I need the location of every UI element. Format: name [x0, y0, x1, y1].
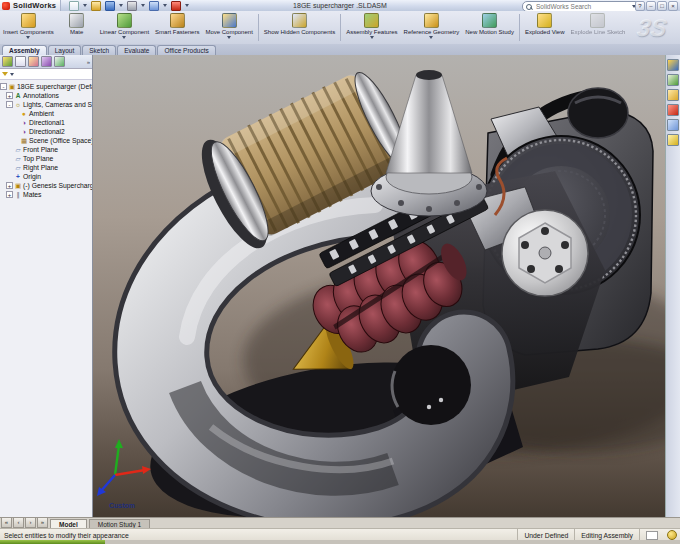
- expander-icon[interactable]: +: [6, 191, 13, 198]
- new-dropdown-icon[interactable]: [83, 4, 87, 7]
- undo-icon[interactable]: [149, 1, 159, 11]
- expander-icon[interactable]: +: [6, 92, 13, 99]
- smart-fasteners-icon: [170, 13, 185, 28]
- new-motion-study-icon: [482, 13, 497, 28]
- tree-item-label: Annotations: [23, 92, 59, 99]
- tree-item-directional2[interactable]: ◑ Directional2: [0, 127, 92, 136]
- new-motion-study-button[interactable]: New Motion Study: [462, 11, 517, 44]
- move-component-dropdown-icon[interactable]: [227, 36, 231, 39]
- tree-item-origin[interactable]: + Origin: [0, 172, 92, 181]
- orientation-triad-icon[interactable]: [95, 437, 155, 499]
- exploded-view-icon: [537, 13, 552, 28]
- propertymanager-tab-icon[interactable]: [15, 56, 26, 67]
- tree-item-right-plane[interactable]: ▱ Right Plane: [0, 163, 92, 172]
- tab-layout[interactable]: Layout: [48, 45, 82, 55]
- configurationmanager-tab-icon[interactable]: [28, 56, 39, 67]
- expander-icon[interactable]: -: [0, 83, 7, 90]
- tree-item-scene[interactable]: ▦ Scene (Office Space): [0, 136, 92, 145]
- bottom-strip: [0, 540, 680, 544]
- displaymanager-tab-icon[interactable]: [54, 56, 65, 67]
- tab-sketch[interactable]: Sketch: [82, 45, 116, 55]
- tree-item-front-plane[interactable]: ▱ Front Plane: [0, 145, 92, 154]
- expander-icon[interactable]: -: [6, 101, 13, 108]
- main-area: » - ▣ 18GE supercharger (Default<Displ +…: [0, 55, 680, 517]
- tab-scroll-first-button[interactable]: «: [1, 517, 12, 528]
- view-orientation-label: Custom: [109, 502, 135, 509]
- dimxpertmanager-tab-icon[interactable]: [41, 56, 52, 67]
- mates-icon: ∥: [14, 191, 22, 199]
- panel-overflow-chevron[interactable]: »: [87, 59, 90, 65]
- tab-office-products[interactable]: Office Products: [157, 45, 215, 55]
- linear-component-dropdown-icon[interactable]: [122, 36, 126, 39]
- smart-fasteners-button[interactable]: Smart Fasteners: [152, 11, 202, 44]
- tab-assembly[interactable]: Assembly: [2, 45, 47, 55]
- print-dropdown-icon[interactable]: [141, 4, 145, 7]
- save-dropdown-icon[interactable]: [119, 4, 123, 7]
- reference-geometry-dropdown-icon[interactable]: [429, 36, 433, 39]
- show-hidden-components-button[interactable]: Show Hidden Components: [261, 11, 338, 44]
- appearances-icon[interactable]: [667, 119, 679, 131]
- tab-scroll-left-button[interactable]: ‹: [13, 517, 24, 528]
- options-dropdown-icon[interactable]: [185, 4, 189, 7]
- move-component-button[interactable]: Move Component: [202, 11, 255, 44]
- tree-item-label: 18GE supercharger (Default<Displ: [17, 83, 92, 90]
- toolbar-separator: [340, 14, 341, 41]
- expander-icon[interactable]: +: [6, 182, 13, 189]
- tree-item-ambient[interactable]: ● Ambient: [0, 109, 92, 118]
- linear-component-button[interactable]: Linear Component: [97, 11, 152, 44]
- save-icon[interactable]: [105, 1, 115, 11]
- lights-folder-icon: ☼: [14, 101, 22, 108]
- assembly-features-button[interactable]: Assembly Features: [343, 11, 400, 44]
- tree-item-directional1[interactable]: ◑ Directional1: [0, 118, 92, 127]
- new-document-icon[interactable]: [69, 1, 79, 11]
- filter-dropdown-icon[interactable]: [10, 73, 14, 76]
- exploded-view-button[interactable]: Exploded View: [522, 11, 568, 44]
- mate-button[interactable]: Mate: [57, 11, 97, 44]
- tree-item-label: Origin: [23, 173, 41, 180]
- tree-root-assembly[interactable]: - ▣ 18GE supercharger (Default<Displ: [0, 82, 92, 91]
- view-palette-icon[interactable]: [667, 104, 679, 116]
- reference-geometry-button[interactable]: Reference Geometry: [401, 11, 463, 44]
- tree-item-annotations[interactable]: + A Annotations: [0, 91, 92, 100]
- assembly-features-dropdown-icon[interactable]: [370, 36, 374, 39]
- file-explorer-icon[interactable]: [667, 89, 679, 101]
- maximize-button[interactable]: □: [657, 1, 667, 11]
- search-input[interactable]: [534, 2, 630, 11]
- close-button[interactable]: ×: [668, 1, 678, 11]
- pulley-hub[interactable]: [502, 210, 588, 296]
- app-menu-button[interactable]: SolidWorks: [0, 0, 61, 11]
- button-label: New Motion Study: [465, 29, 514, 36]
- featuremanager-tree-tab-icon[interactable]: [2, 56, 13, 67]
- open-icon[interactable]: [91, 1, 101, 11]
- solidworks-resources-icon[interactable]: [667, 59, 679, 71]
- tree-item-top-plane[interactable]: ▱ Top Plane: [0, 154, 92, 163]
- quick-tips-icon[interactable]: [667, 530, 677, 540]
- feature-manager-panel: » - ▣ 18GE supercharger (Default<Displ +…: [0, 55, 93, 517]
- tab-scroll-last-button[interactable]: »: [37, 517, 48, 528]
- tree-item-lights-cameras-scene[interactable]: - ☼ Lights, Cameras and Scene: [0, 100, 92, 109]
- viewport-canvas[interactable]: [93, 55, 665, 517]
- tree-item-mates[interactable]: + ∥ Mates: [0, 190, 92, 199]
- design-library-icon[interactable]: [667, 74, 679, 86]
- tab-evaluate[interactable]: Evaluate: [117, 45, 156, 55]
- feature-tree: - ▣ 18GE supercharger (Default<Displ + A…: [0, 80, 92, 199]
- insert-components-dropdown-icon[interactable]: [26, 36, 30, 39]
- button-label: Assembly Features: [346, 29, 397, 36]
- tab-scroll-right-button[interactable]: ›: [25, 517, 36, 528]
- tree-item-genesis-supercharger[interactable]: + ▣ (-) Genesis Supercharger Final: [0, 181, 92, 190]
- rebuild-icon[interactable]: [171, 1, 181, 11]
- undo-dropdown-icon[interactable]: [163, 4, 167, 7]
- help-button[interactable]: ?: [635, 1, 645, 11]
- custom-properties-icon[interactable]: [667, 134, 679, 146]
- print-icon[interactable]: [127, 1, 137, 11]
- tree-filter-row[interactable]: [0, 69, 92, 80]
- insert-components-button[interactable]: Insert Components: [0, 11, 57, 44]
- inlet-cavity[interactable]: [391, 345, 471, 425]
- move-component-icon: [222, 13, 237, 28]
- annotations-icon: A: [14, 92, 22, 99]
- plane-icon: ▱: [14, 164, 22, 172]
- graphics-viewport[interactable]: Custom: [93, 55, 665, 517]
- minimize-button[interactable]: –: [646, 1, 656, 11]
- button-label: Linear Component: [100, 29, 149, 36]
- directional-light-icon: ◑: [20, 128, 28, 135]
